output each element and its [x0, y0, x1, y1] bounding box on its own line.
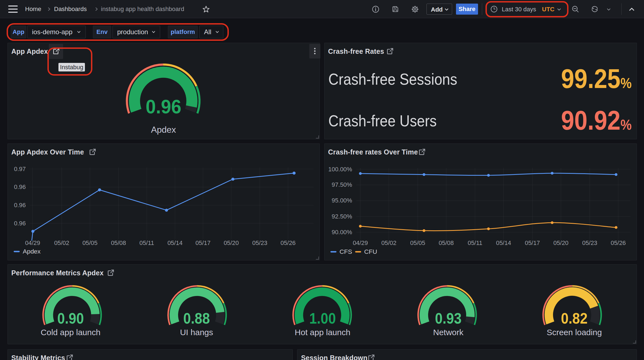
svg-text:92.50%: 92.50% — [332, 213, 352, 220]
svg-text:0.96: 0.96 — [14, 220, 26, 227]
svg-text:0.97: 0.97 — [14, 166, 26, 172]
svg-text:0.96: 0.96 — [14, 183, 26, 190]
svg-text:05/14: 05/14 — [167, 239, 183, 246]
svg-text:05/23: 05/23 — [582, 239, 597, 246]
svg-text:0.96: 0.96 — [14, 202, 26, 209]
svg-text:100.00%: 100.00% — [328, 166, 352, 173]
svg-text:05/20: 05/20 — [224, 239, 239, 246]
svg-text:05/02: 05/02 — [54, 239, 69, 246]
svg-text:05/17: 05/17 — [195, 239, 211, 246]
svg-text:05/17: 05/17 — [525, 239, 540, 246]
svg-text:95.00%: 95.00% — [332, 197, 352, 204]
svg-text:CFU: CFU — [364, 248, 377, 255]
svg-text:05/23: 05/23 — [252, 239, 267, 246]
svg-text:CFS: CFS — [339, 248, 352, 255]
svg-text:05/02: 05/02 — [381, 239, 396, 246]
svg-text:05/08: 05/08 — [111, 239, 126, 246]
svg-text:04/29: 04/29 — [25, 239, 40, 246]
svg-text:Apdex: Apdex — [23, 248, 41, 255]
svg-text:05/11: 05/11 — [468, 239, 482, 246]
svg-text:97.50%: 97.50% — [332, 181, 352, 188]
svg-text:05/08: 05/08 — [439, 239, 454, 246]
svg-text:05/14: 05/14 — [496, 239, 511, 246]
svg-text:05/11: 05/11 — [139, 239, 154, 246]
svg-text:05/20: 05/20 — [553, 239, 568, 246]
svg-text:05/05: 05/05 — [410, 239, 425, 246]
svg-text:05/26: 05/26 — [611, 239, 626, 246]
svg-text:05/26: 05/26 — [280, 239, 296, 246]
svg-text:05/05: 05/05 — [82, 239, 98, 246]
svg-text:90.00%: 90.00% — [332, 229, 352, 236]
svg-text:04/29: 04/29 — [353, 239, 368, 246]
